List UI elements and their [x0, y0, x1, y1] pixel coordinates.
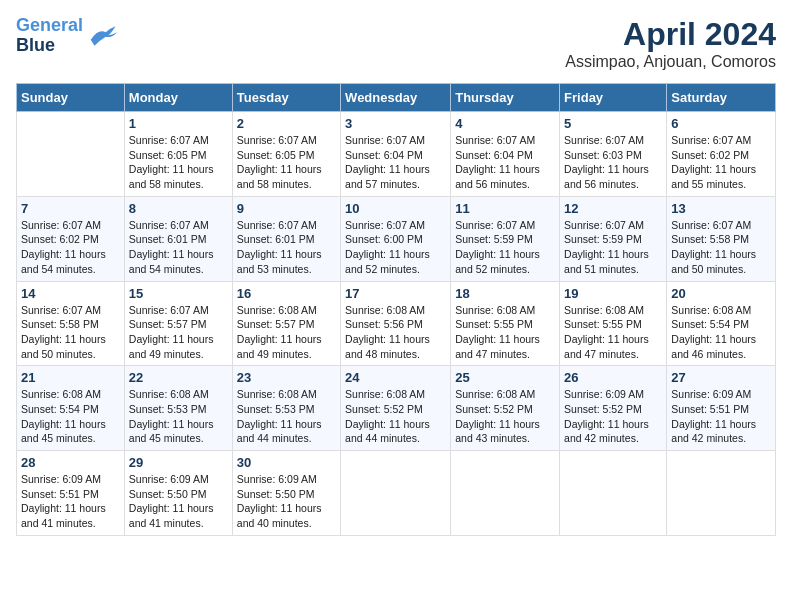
sunset-text: Sunset: 5:56 PM: [345, 318, 423, 330]
calendar-cell: [451, 451, 560, 536]
calendar-cell: 19Sunrise: 6:08 AMSunset: 5:55 PMDayligh…: [560, 281, 667, 366]
sunset-text: Sunset: 6:02 PM: [671, 149, 749, 161]
sunset-text: Sunset: 6:03 PM: [564, 149, 642, 161]
calendar-cell: 22Sunrise: 6:08 AMSunset: 5:53 PMDayligh…: [124, 366, 232, 451]
calendar-cell: 6Sunrise: 6:07 AMSunset: 6:02 PMDaylight…: [667, 112, 776, 197]
sunset-text: Sunset: 6:00 PM: [345, 233, 423, 245]
calendar-cell: 27Sunrise: 6:09 AMSunset: 5:51 PMDayligh…: [667, 366, 776, 451]
sunset-text: Sunset: 6:04 PM: [455, 149, 533, 161]
day-info: Sunrise: 6:07 AMSunset: 6:01 PMDaylight:…: [129, 218, 228, 277]
daylight-text: Daylight: 11 hours: [671, 333, 756, 345]
calendar-cell: 13Sunrise: 6:07 AMSunset: 5:58 PMDayligh…: [667, 196, 776, 281]
day-number: 8: [129, 201, 228, 216]
sunrise-text: Sunrise: 6:07 AM: [237, 219, 317, 231]
daylight-text-cont: and 54 minutes.: [129, 263, 204, 275]
calendar-cell: [17, 112, 125, 197]
day-info: Sunrise: 6:07 AMSunset: 6:00 PMDaylight:…: [345, 218, 446, 277]
day-info: Sunrise: 6:09 AMSunset: 5:51 PMDaylight:…: [671, 387, 771, 446]
day-info: Sunrise: 6:09 AMSunset: 5:50 PMDaylight:…: [129, 472, 228, 531]
daylight-text-cont: and 47 minutes.: [564, 348, 639, 360]
day-info: Sunrise: 6:07 AMSunset: 6:04 PMDaylight:…: [455, 133, 555, 192]
day-number: 14: [21, 286, 120, 301]
sunset-text: Sunset: 5:59 PM: [455, 233, 533, 245]
day-info: Sunrise: 6:08 AMSunset: 5:53 PMDaylight:…: [129, 387, 228, 446]
day-info: Sunrise: 6:07 AMSunset: 5:57 PMDaylight:…: [129, 303, 228, 362]
calendar-cell: 12Sunrise: 6:07 AMSunset: 5:59 PMDayligh…: [560, 196, 667, 281]
calendar-cell: 30Sunrise: 6:09 AMSunset: 5:50 PMDayligh…: [232, 451, 340, 536]
daylight-text: Daylight: 11 hours: [21, 248, 106, 260]
week-row-3: 14Sunrise: 6:07 AMSunset: 5:58 PMDayligh…: [17, 281, 776, 366]
daylight-text-cont: and 47 minutes.: [455, 348, 530, 360]
day-number: 1: [129, 116, 228, 131]
sunrise-text: Sunrise: 6:09 AM: [21, 473, 101, 485]
calendar-cell: 15Sunrise: 6:07 AMSunset: 5:57 PMDayligh…: [124, 281, 232, 366]
sunset-text: Sunset: 5:54 PM: [671, 318, 749, 330]
sunset-text: Sunset: 5:54 PM: [21, 403, 99, 415]
daylight-text: Daylight: 11 hours: [345, 333, 430, 345]
daylight-text-cont: and 58 minutes.: [237, 178, 312, 190]
calendar-cell: 11Sunrise: 6:07 AMSunset: 5:59 PMDayligh…: [451, 196, 560, 281]
sunset-text: Sunset: 5:51 PM: [671, 403, 749, 415]
daylight-text: Daylight: 11 hours: [237, 418, 322, 430]
sunset-text: Sunset: 5:58 PM: [671, 233, 749, 245]
logo: GeneralBlue: [16, 16, 117, 56]
daylight-text-cont: and 53 minutes.: [237, 263, 312, 275]
daylight-text-cont: and 49 minutes.: [237, 348, 312, 360]
daylight-text-cont: and 45 minutes.: [129, 432, 204, 444]
daylight-text-cont: and 54 minutes.: [21, 263, 96, 275]
daylight-text-cont: and 56 minutes.: [564, 178, 639, 190]
sunset-text: Sunset: 5:59 PM: [564, 233, 642, 245]
header: GeneralBlue April 2024 Assimpao, Anjouan…: [16, 16, 776, 71]
daylight-text: Daylight: 11 hours: [455, 418, 540, 430]
daylight-text: Daylight: 11 hours: [455, 163, 540, 175]
day-number: 30: [237, 455, 336, 470]
sunrise-text: Sunrise: 6:07 AM: [671, 134, 751, 146]
day-info: Sunrise: 6:07 AMSunset: 6:03 PMDaylight:…: [564, 133, 662, 192]
day-number: 20: [671, 286, 771, 301]
sunset-text: Sunset: 5:57 PM: [237, 318, 315, 330]
sunrise-text: Sunrise: 6:07 AM: [129, 134, 209, 146]
day-number: 28: [21, 455, 120, 470]
sunset-text: Sunset: 5:53 PM: [237, 403, 315, 415]
calendar-cell: 17Sunrise: 6:08 AMSunset: 5:56 PMDayligh…: [341, 281, 451, 366]
day-number: 27: [671, 370, 771, 385]
logo-bird-icon: [87, 24, 117, 48]
day-info: Sunrise: 6:08 AMSunset: 5:53 PMDaylight:…: [237, 387, 336, 446]
daylight-text: Daylight: 11 hours: [237, 502, 322, 514]
day-info: Sunrise: 6:07 AMSunset: 6:02 PMDaylight:…: [671, 133, 771, 192]
day-number: 2: [237, 116, 336, 131]
week-row-2: 7Sunrise: 6:07 AMSunset: 6:02 PMDaylight…: [17, 196, 776, 281]
day-number: 16: [237, 286, 336, 301]
day-info: Sunrise: 6:08 AMSunset: 5:52 PMDaylight:…: [455, 387, 555, 446]
day-info: Sunrise: 6:09 AMSunset: 5:52 PMDaylight:…: [564, 387, 662, 446]
day-number: 11: [455, 201, 555, 216]
calendar-cell: 1Sunrise: 6:07 AMSunset: 6:05 PMDaylight…: [124, 112, 232, 197]
day-number: 7: [21, 201, 120, 216]
calendar-cell: 26Sunrise: 6:09 AMSunset: 5:52 PMDayligh…: [560, 366, 667, 451]
day-number: 5: [564, 116, 662, 131]
calendar-cell: 16Sunrise: 6:08 AMSunset: 5:57 PMDayligh…: [232, 281, 340, 366]
sunset-text: Sunset: 5:53 PM: [129, 403, 207, 415]
calendar-cell: 18Sunrise: 6:08 AMSunset: 5:55 PMDayligh…: [451, 281, 560, 366]
sunset-text: Sunset: 6:05 PM: [129, 149, 207, 161]
daylight-text: Daylight: 11 hours: [129, 248, 214, 260]
daylight-text: Daylight: 11 hours: [564, 248, 649, 260]
sunrise-text: Sunrise: 6:09 AM: [237, 473, 317, 485]
daylight-text: Daylight: 11 hours: [237, 163, 322, 175]
daylight-text-cont: and 41 minutes.: [129, 517, 204, 529]
daylight-text: Daylight: 11 hours: [129, 163, 214, 175]
day-info: Sunrise: 6:08 AMSunset: 5:52 PMDaylight:…: [345, 387, 446, 446]
day-info: Sunrise: 6:08 AMSunset: 5:54 PMDaylight:…: [21, 387, 120, 446]
daylight-text-cont: and 55 minutes.: [671, 178, 746, 190]
daylight-text: Daylight: 11 hours: [671, 248, 756, 260]
daylight-text-cont: and 51 minutes.: [564, 263, 639, 275]
calendar-cell: 4Sunrise: 6:07 AMSunset: 6:04 PMDaylight…: [451, 112, 560, 197]
sunset-text: Sunset: 6:05 PM: [237, 149, 315, 161]
header-day-saturday: Saturday: [667, 84, 776, 112]
daylight-text: Daylight: 11 hours: [345, 248, 430, 260]
header-row: SundayMondayTuesdayWednesdayThursdayFrid…: [17, 84, 776, 112]
daylight-text-cont: and 50 minutes.: [671, 263, 746, 275]
day-info: Sunrise: 6:07 AMSunset: 5:59 PMDaylight:…: [564, 218, 662, 277]
calendar-cell: 24Sunrise: 6:08 AMSunset: 5:52 PMDayligh…: [341, 366, 451, 451]
daylight-text: Daylight: 11 hours: [671, 418, 756, 430]
